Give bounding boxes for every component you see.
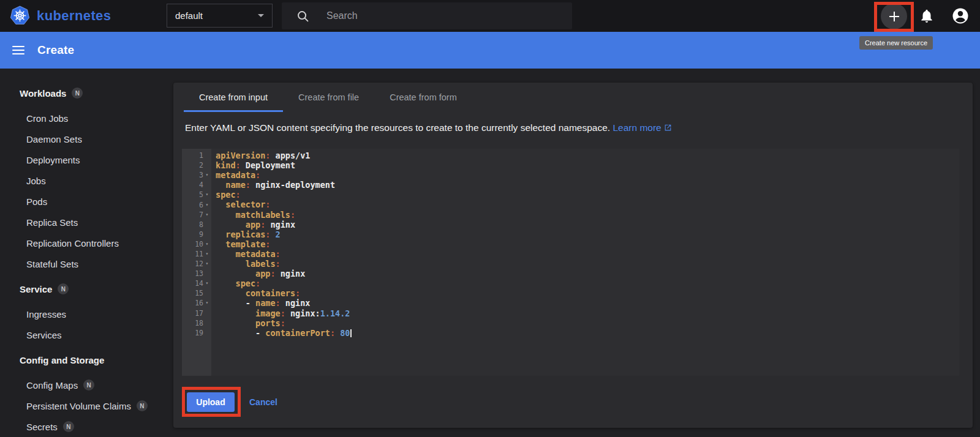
code-line[interactable]: labels: [216,259,959,269]
sidebar-section-service[interactable]: ServiceN [0,277,170,301]
line-number: 14 [195,279,203,288]
code-line[interactable]: matchLabels: [216,210,959,220]
cancel-button[interactable]: Cancel [249,392,277,412]
yaml-key: matchLabels [236,210,290,220]
yaml-token: : [290,210,295,220]
yaml-token: : [246,180,251,190]
code-line[interactable]: name: nginx-deployment [216,180,959,190]
sidebar-item-ingresses[interactable]: Ingresses [0,304,170,324]
code-line[interactable]: ports: [216,318,959,328]
fold-toggle-icon[interactable]: ▾ [203,212,211,218]
sidebar-item-services[interactable]: Services [0,324,170,345]
line-number: 13 [195,269,203,278]
sidebar-section-label: Service [20,284,52,294]
yaml-token: nginx-deployment [251,180,335,190]
yaml-token: : [295,288,300,298]
sidebar-item-cron-jobs[interactable]: Cron Jobs [0,108,170,129]
yaml-key: template [225,239,265,249]
sidebar-item-persistent-volume-claims[interactable]: Persistent Volume ClaimsN [0,395,170,416]
code-line[interactable]: template: [216,239,959,249]
code-line[interactable]: - name: nginx [216,298,959,308]
account-button[interactable] [951,6,970,26]
sidebar-item-stateful-sets[interactable]: Stateful Sets [0,253,170,274]
namespace-selector[interactable]: default [167,4,273,28]
code-line[interactable]: metadata: [216,249,959,259]
line-number: 3 [199,171,203,179]
code-line[interactable]: image: nginx:1.14.2 [216,308,959,318]
code-line[interactable]: apiVersion: apps/v1 [216,151,959,160]
line-number: 1 [199,151,203,160]
tab-create-from-file[interactable]: Create from file [283,83,374,112]
search-input[interactable] [325,10,527,22]
yaml-key: app [255,269,270,278]
upload-button[interactable]: Upload [187,392,235,412]
sidebar-item-label: Deployments [26,155,80,165]
fold-toggle-icon[interactable]: ▾ [203,280,211,286]
sidebar-item-daemon-sets[interactable]: Daemon Sets [0,129,170,149]
app-bar: Create [0,32,980,69]
code-line[interactable]: containers: [216,288,959,298]
fold-toggle-icon[interactable]: ▾ [203,241,211,247]
fold-toggle-icon[interactable]: ▾ [203,202,211,208]
sidebar-item-replica-sets[interactable]: Replica Sets [0,212,170,233]
sidebar-item-replication-controllers[interactable]: Replication Controllers [0,233,170,253]
yaml-key: metadata [236,249,276,259]
external-link-icon [664,124,672,132]
fold-toggle-icon[interactable]: ▾ [203,300,211,306]
learn-more-link[interactable]: Learn more [612,122,671,133]
namespaced-badge: N [137,400,148,411]
code-line[interactable]: selector: [216,200,959,209]
create-new-resource-button[interactable] [881,3,907,29]
gutter-line: 17 [182,308,211,318]
yaml-key: containerPort [265,328,330,338]
yaml-token [216,269,255,278]
yaml-token [216,210,236,220]
yaml-key: metadata [216,170,255,180]
yaml-editor[interactable]: 123▾45▾6▾7▾8910▾11▾12▾1314▾1516▾171819 a… [182,149,959,376]
sidebar-section-config-and-storage[interactable]: Config and Storage [0,348,170,372]
code-line[interactable]: app: nginx [216,220,959,230]
fold-toggle-icon[interactable]: ▾ [203,251,211,257]
yaml-token: : [236,160,241,170]
sidebar-item-secrets[interactable]: SecretsN [0,416,170,437]
yaml-token: : [281,308,285,318]
sidebar-item-pods[interactable]: Pods [0,191,170,212]
sidebar-item-label: Stateful Sets [26,259,78,269]
yaml-token: nginx [265,220,295,230]
code-line[interactable]: spec: [216,278,959,288]
gutter-line: 7▾ [182,210,211,220]
fold-toggle-icon[interactable]: ▾ [203,261,211,267]
fold-toggle-icon[interactable]: ▾ [203,172,211,178]
code-line[interactable]: kind: Deployment [216,160,959,170]
code-line[interactable]: replicas: 2 [216,230,959,239]
yaml-token [216,318,255,328]
editor-code[interactable]: apiVersion: apps/v1kind: Deploymentmetad… [211,149,959,376]
sidebar-section-workloads[interactable]: WorkloadsN [0,81,170,105]
yaml-token: : [270,269,275,278]
code-line[interactable]: metadata: [216,170,959,180]
code-line[interactable]: app: nginx [216,269,959,278]
code-line[interactable]: spec: [216,190,959,200]
sidebar-item-jobs[interactable]: Jobs [0,170,170,191]
fold-toggle-icon[interactable]: ▾ [203,192,211,198]
menu-icon[interactable] [12,46,26,54]
page-title: Create [37,43,74,57]
gutter-line: 13 [182,269,211,278]
notifications-button[interactable] [919,8,935,24]
line-number: 11 [195,250,203,258]
gutter-line: 8 [182,220,211,230]
create-card: Create from inputCreate from fileCreate … [173,83,973,428]
account-circle-icon [951,6,970,26]
yaml-token: - [216,328,265,338]
sidebar-item-label: Jobs [26,176,46,186]
kubernetes-brand[interactable]: kubernetes [10,6,111,26]
search-bar[interactable] [282,2,572,29]
code-line[interactable]: - containerPort: 80 [216,328,959,338]
yaml-token: : [265,200,270,209]
tab-create-from-form[interactable]: Create from form [374,83,472,112]
tab-create-from-input[interactable]: Create from input [184,83,283,112]
top-bar: kubernetes default [0,0,980,32]
sidebar-item-config-maps[interactable]: Config MapsN [0,375,170,395]
sidebar-item-deployments[interactable]: Deployments [0,149,170,170]
gutter-line: 10▾ [182,239,211,249]
